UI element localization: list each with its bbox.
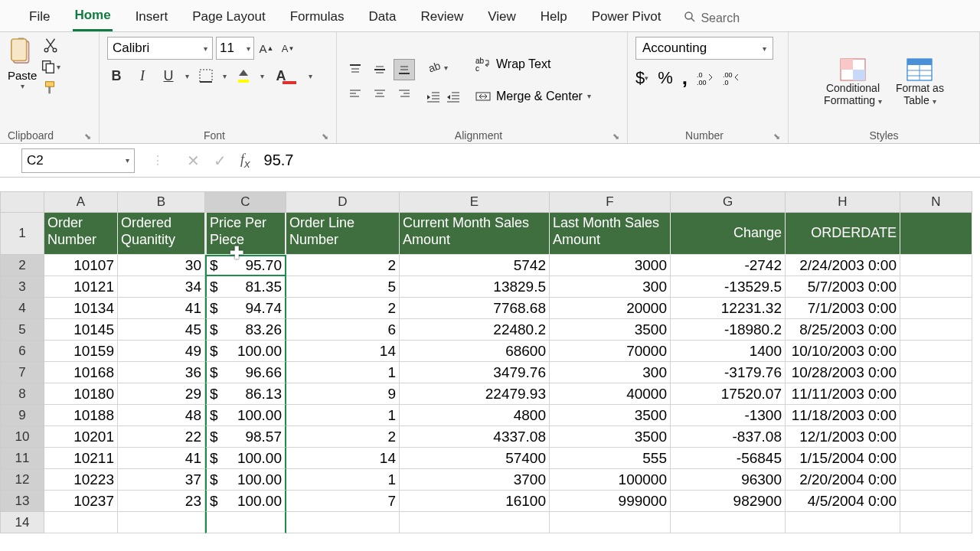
svg-rect-10 xyxy=(48,86,51,93)
paste-dropdown-icon: ▾ xyxy=(21,82,24,90)
svg-point-0 xyxy=(685,12,692,19)
table-row: 81018029$86.13922479.934000017520.0711/1… xyxy=(0,383,980,405)
formula-input[interactable]: 95.7 xyxy=(264,152,294,169)
conditional-formatting-icon xyxy=(839,57,867,82)
tab-power-pivot[interactable]: Power Pivot xyxy=(590,6,663,31)
align-bottom-button[interactable] xyxy=(394,59,415,80)
comma-button[interactable]: , xyxy=(682,66,688,90)
svg-point-6 xyxy=(53,48,57,52)
percent-button[interactable]: % xyxy=(658,68,673,88)
table-row: 61015949$100.00146860070000140010/10/200… xyxy=(0,341,980,362)
table-row: 1 Order Number Ordered Quanitity Price P… xyxy=(0,213,980,255)
decrease-indent-button[interactable] xyxy=(426,90,441,105)
align-middle-button[interactable] xyxy=(369,59,390,80)
svg-text:c: c xyxy=(475,64,479,73)
tab-help[interactable]: Help xyxy=(539,6,569,31)
group-alignment: ab▾ abcWrap Text Merge & Center ▾ Alignm… xyxy=(337,32,628,143)
tab-page-layout[interactable]: Page Layout xyxy=(191,6,266,31)
name-box[interactable]: C2▾ xyxy=(21,148,135,173)
font-size-combo[interactable]: 11▾ xyxy=(216,37,254,60)
table-row: 131023723$100.007161009990009829004/5/20… xyxy=(0,491,980,512)
enter-formula-button[interactable]: ✓ xyxy=(214,152,227,170)
clipboard-launcher-icon[interactable]: ⬊ xyxy=(84,132,91,142)
svg-text:.00: .00 xyxy=(697,79,707,86)
table-row: 14 xyxy=(0,512,980,533)
align-top-button[interactable] xyxy=(345,59,366,80)
format-painter-button[interactable] xyxy=(40,80,60,96)
increase-indent-button[interactable] xyxy=(446,90,461,105)
group-font: Calibri▾ 11▾ A▲ A▼ B I U▾ ▾ ▾ A▾ Font⬊ xyxy=(100,32,337,143)
col-header-D[interactable]: D xyxy=(286,191,400,213)
col-header-A[interactable]: A xyxy=(44,191,118,213)
select-all-corner[interactable] xyxy=(0,191,44,213)
increase-font-button[interactable]: A▲ xyxy=(257,38,276,58)
svg-text:.0: .0 xyxy=(723,79,729,86)
svg-rect-13 xyxy=(238,80,249,83)
formula-bar: C2▾ ⋮ ✕ ✓ fx 95.7 xyxy=(0,144,980,178)
align-right-button[interactable] xyxy=(394,83,415,105)
col-header-E[interactable]: E xyxy=(400,191,550,213)
svg-point-5 xyxy=(44,48,48,52)
tab-formulas[interactable]: Formulas xyxy=(289,6,346,31)
col-header-G[interactable]: G xyxy=(671,191,786,213)
svg-rect-4 xyxy=(11,39,27,60)
col-header-B[interactable]: B xyxy=(118,191,205,213)
worksheet-grid[interactable]: A B C D E F G H N 1 Order Number Ordered… xyxy=(0,191,980,533)
number-launcher-icon[interactable]: ⬊ xyxy=(773,132,780,142)
fx-icon[interactable]: fx xyxy=(240,152,250,170)
table-row: 121022337$100.0013700100000963002/20/200… xyxy=(0,469,980,491)
align-center-button[interactable] xyxy=(369,83,390,105)
col-header-C[interactable]: C xyxy=(205,191,286,213)
col-header-F[interactable]: F xyxy=(550,191,671,213)
format-as-table-icon xyxy=(906,57,933,82)
conditional-formatting-button[interactable]: Conditional Formatting ▾ xyxy=(824,57,882,106)
align-left-button[interactable] xyxy=(345,83,366,105)
svg-text:ab: ab xyxy=(426,59,442,74)
paste-button[interactable]: Paste ▾ xyxy=(8,37,37,90)
col-header-N[interactable]: N xyxy=(900,191,972,213)
tab-home[interactable]: Home xyxy=(73,5,112,31)
alignment-launcher-icon[interactable]: ⬊ xyxy=(612,132,619,142)
tab-data[interactable]: Data xyxy=(368,6,398,31)
table-row: 91018848$100.00148003500-130011/18/2003 … xyxy=(0,405,980,426)
svg-text:.0: .0 xyxy=(697,71,703,79)
accounting-format-button[interactable]: $ ▾ xyxy=(635,68,648,88)
group-clipboard: Paste ▾ ▾ Clipboard⬊ xyxy=(0,32,100,143)
font-name-combo[interactable]: Calibri▾ xyxy=(107,37,213,60)
table-row: 71016836$96.6613479.76300-3179.7610/28/2… xyxy=(0,362,980,383)
wrap-text-button[interactable]: abcWrap Text xyxy=(475,56,550,73)
group-styles: Conditional Formatting ▾ Format as Table… xyxy=(789,32,980,143)
cancel-formula-button[interactable]: ✕ xyxy=(187,152,200,170)
number-format-combo[interactable]: Accounting▾ xyxy=(635,37,773,60)
table-row: 51014545$83.26622480.23500-18980.28/25/2… xyxy=(0,319,980,341)
font-launcher-icon[interactable]: ⬊ xyxy=(322,132,328,142)
tab-file[interactable]: File xyxy=(28,6,51,31)
copy-button[interactable]: ▾ xyxy=(40,58,60,75)
merge-center-button[interactable]: Merge & Center ▾ xyxy=(475,88,591,105)
menu-bar: File Home Insert Page Layout Formulas Da… xyxy=(0,0,980,32)
svg-rect-50 xyxy=(853,70,865,80)
italic-button[interactable]: I xyxy=(133,66,152,86)
table-row: 101020122$98.5724337.083500-837.0812/1/2… xyxy=(0,426,980,448)
table-row: 111021141$100.001457400555-568451/15/200… xyxy=(0,448,980,469)
bold-button[interactable]: B xyxy=(107,66,126,86)
svg-text:.00: .00 xyxy=(723,71,733,79)
decrease-decimal-button[interactable]: .00.0 xyxy=(723,70,740,86)
fill-color-button[interactable] xyxy=(234,66,253,86)
table-row: 21010730$95.70257423000-27422/24/2003 0:… xyxy=(0,255,980,276)
search-box[interactable]: Search xyxy=(684,11,740,26)
tab-view[interactable]: View xyxy=(486,6,518,31)
format-as-table-button[interactable]: Format as Table ▾ xyxy=(896,57,944,106)
tab-insert[interactable]: Insert xyxy=(134,6,170,31)
cut-button[interactable] xyxy=(40,37,60,54)
orientation-button[interactable]: ab▾ xyxy=(426,59,448,77)
borders-button[interactable] xyxy=(197,66,215,86)
increase-decimal-button[interactable]: .0.00 xyxy=(697,70,714,86)
tab-review[interactable]: Review xyxy=(419,6,465,31)
ribbon: Paste ▾ ▾ Clipboard⬊ Calibri▾ 11▾ A▲ A▼ … xyxy=(0,32,980,144)
col-header-H[interactable]: H xyxy=(786,191,900,213)
decrease-font-button[interactable]: A▼ xyxy=(279,38,297,58)
group-number: Accounting▾ $ ▾ % , .0.00 .00.0 Number⬊ xyxy=(628,32,789,143)
underline-button[interactable]: U xyxy=(159,66,178,86)
svg-rect-9 xyxy=(45,82,54,86)
